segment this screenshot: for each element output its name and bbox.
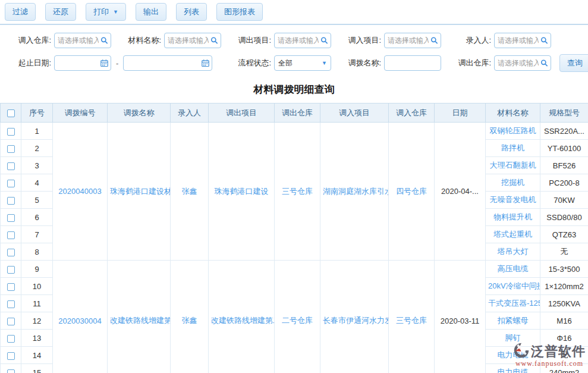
in-project-cell[interactable]: 长春市伊通河水力发电站 <box>320 261 389 373</box>
seq-cell: 8 <box>21 243 53 261</box>
checkbox-cell <box>1 140 21 157</box>
column-header: 调入仓库 <box>389 104 435 123</box>
material-name-cell[interactable]: 干式变压器-1250 <box>486 295 540 312</box>
calendar-icon[interactable] <box>202 59 209 67</box>
row-checkbox[interactable] <box>7 180 15 187</box>
seq-cell: 5 <box>21 192 53 209</box>
checkbox-cell <box>1 364 21 373</box>
calendar-icon[interactable] <box>100 59 108 67</box>
seq-cell: 13 <box>21 330 53 347</box>
material-name-cell[interactable]: 扣紧螺母 <box>486 312 540 330</box>
row-checkbox[interactable] <box>7 197 15 205</box>
page-title: 材料调拨明细查询 <box>0 77 588 103</box>
filter-button[interactable]: 过滤 <box>5 3 36 21</box>
list-button[interactable]: 列表 <box>176 3 207 21</box>
checkbox-cell <box>1 312 21 330</box>
material-name-cell[interactable]: 物料提升机 <box>486 209 540 226</box>
row-checkbox[interactable] <box>7 266 15 274</box>
material-name-cell[interactable]: 塔吊大灯 <box>486 243 540 261</box>
select-all-header <box>1 104 21 123</box>
seq-cell: 1 <box>21 123 53 140</box>
material-name-cell[interactable]: 路拌机 <box>486 140 540 157</box>
row-checkbox[interactable] <box>7 231 15 239</box>
transfer-name-label: 调拨名称: <box>334 58 381 68</box>
material-name-cell[interactable]: 大理石翻新机 <box>486 157 540 174</box>
column-header: 规格型号 <box>540 104 588 123</box>
query-button[interactable]: 查询 <box>559 54 588 72</box>
out-project-cell[interactable]: 改建铁路线增建第二线 <box>209 261 275 373</box>
spec-cell: 240mm2 <box>540 364 588 373</box>
status-select[interactable]: 全部 ▼ <box>274 55 331 71</box>
material-name-cell[interactable]: 脚钉 <box>486 330 540 347</box>
print-button[interactable]: 打印▼ <box>86 3 126 21</box>
material-name-cell[interactable]: 塔式起重机 <box>486 226 540 243</box>
material-name-cell[interactable]: 电力电缆 <box>486 364 540 373</box>
seq-cell: 12 <box>21 312 53 330</box>
in-project-cell[interactable]: 湖南洞庭湖水库引水工程 <box>320 123 389 261</box>
checkbox-cell <box>1 278 21 295</box>
row-checkbox[interactable] <box>7 300 15 308</box>
search-icon[interactable] <box>540 59 548 67</box>
transfer-name-cell[interactable]: 珠海鹤港口建设材料调拨 <box>108 123 171 261</box>
filter-entry-person: 录入人: <box>444 33 554 48</box>
date-cell: 2020-04-... <box>435 123 486 261</box>
out-warehouse-cell[interactable]: 二号仓库 <box>275 261 320 373</box>
row-checkbox[interactable] <box>7 214 15 222</box>
filter-out-warehouse: 调出仓库: <box>444 55 554 71</box>
search-icon[interactable] <box>430 37 438 45</box>
material-name-cell[interactable]: 20kV冷缩中间接头 <box>486 278 540 295</box>
search-icon[interactable] <box>210 37 218 45</box>
transfer-name-cell[interactable]: 改建铁路线增建第二线 <box>108 261 171 373</box>
row-checkbox[interactable] <box>7 283 15 291</box>
filter-status: 流程状态: 全部 ▼ <box>224 55 334 71</box>
material-name-cell[interactable]: 电力电缆 <box>486 347 540 364</box>
spec-cell: YT-60100 <box>540 140 588 157</box>
filter-out-project: 调出项目: <box>224 33 334 48</box>
material-name-cell[interactable]: 双钢轮压路机 <box>486 123 540 140</box>
search-icon[interactable] <box>320 37 328 45</box>
material-name-cell[interactable]: 高压电缆 <box>486 261 540 278</box>
row-checkbox[interactable] <box>7 318 15 325</box>
table-row: 92020030004改建铁路线增建第二线张鑫改建铁路线增建第二线二号仓库长春市… <box>1 261 588 278</box>
in-warehouse-cell[interactable]: 四号仓库 <box>389 123 435 261</box>
entry-person-label: 录入人: <box>444 35 491 46</box>
row-checkbox[interactable] <box>7 369 15 373</box>
spec-cell: PC200-8 <box>540 174 588 192</box>
row-checkbox[interactable] <box>7 352 15 360</box>
search-icon[interactable] <box>540 37 548 45</box>
seq-cell: 10 <box>21 278 53 295</box>
transfer-name-input[interactable] <box>385 56 441 70</box>
chart-report-button[interactable]: 图形报表 <box>216 3 263 21</box>
row-checkbox[interactable] <box>7 249 15 256</box>
row-checkbox[interactable] <box>7 162 15 170</box>
transfer-code-cell[interactable]: 2020030004 <box>53 261 108 373</box>
out-project-cell[interactable]: 珠海鹤港口建设 <box>209 123 275 261</box>
checkbox-cell <box>1 123 21 140</box>
out-warehouse-cell[interactable]: 三号仓库 <box>275 123 320 261</box>
row-checkbox[interactable] <box>7 128 15 136</box>
checkbox-cell <box>1 157 21 174</box>
select-all-checkbox[interactable] <box>7 109 15 117</box>
entry-person-cell[interactable]: 张鑫 <box>171 123 209 261</box>
in-warehouse-cell[interactable]: 三号仓库 <box>389 261 435 373</box>
row-checkbox[interactable] <box>7 145 15 153</box>
spec-cell: 1250KVA <box>540 295 588 312</box>
column-header: 调入项目 <box>320 104 389 123</box>
seq-cell: 3 <box>21 157 53 174</box>
table-body: 12020040003珠海鹤港口建设材料调拨张鑫珠海鹤港口建设三号仓库湖南洞庭湖… <box>1 123 588 373</box>
row-checkbox[interactable] <box>7 335 15 343</box>
spec-cell: Φ16 <box>540 330 588 347</box>
checkbox-cell <box>1 174 21 192</box>
filter-transfer-name: 调拨名称: <box>334 55 444 71</box>
search-icon[interactable] <box>100 37 108 45</box>
material-name-cell[interactable]: 挖掘机 <box>486 174 540 192</box>
seq-cell: 6 <box>21 209 53 226</box>
material-name-cell[interactable]: 无噪音发电机 <box>486 192 540 209</box>
filter-material-name: 材料名称: <box>114 33 224 48</box>
chevron-down-icon: ▼ <box>322 61 327 66</box>
restore-button[interactable]: 还原 <box>45 3 76 21</box>
entry-person-cell[interactable]: 张鑫 <box>171 261 209 373</box>
export-button[interactable]: 输出 <box>136 3 166 21</box>
transfer-code-cell[interactable]: 2020040003 <box>53 123 108 261</box>
end-date-input[interactable] <box>124 56 212 70</box>
